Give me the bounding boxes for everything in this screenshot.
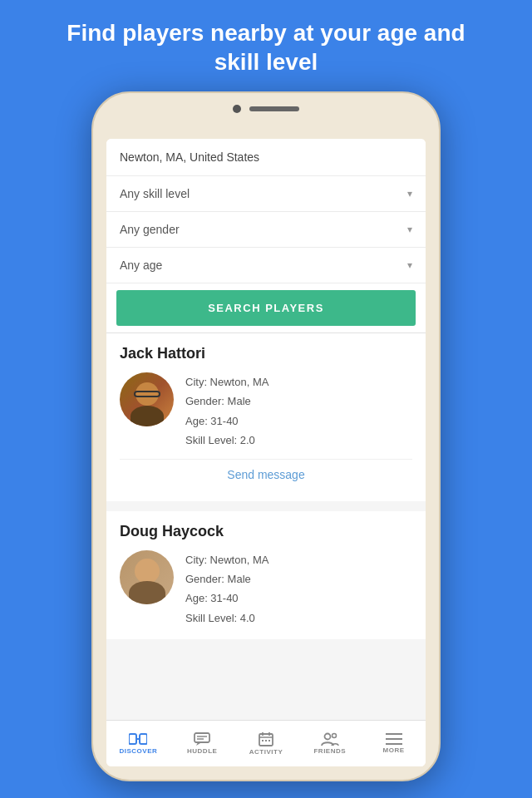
player-card-doug: Doug Haycock City: Newton, MA Gender: Ma… — [106, 511, 426, 640]
svg-rect-1 — [140, 734, 147, 744]
phone-speaker — [249, 106, 299, 111]
chat-icon — [194, 732, 210, 746]
gender-chevron-icon: ▾ — [407, 224, 412, 235]
huddle-label: HUDDLE — [187, 747, 217, 755]
svg-rect-0 — [129, 734, 136, 744]
search-players-button[interactable]: SEARCH PLAYERS — [116, 290, 416, 326]
search-filters: Newton, MA, United States Any skill leve… — [106, 139, 426, 333]
svg-point-14 — [324, 734, 330, 740]
player-details-jack: City: Newton, MA Gender: Male Age: 31-40… — [185, 372, 412, 451]
phone-shell: Newton, MA, United States Any skill leve… — [91, 91, 441, 781]
avatar-jack — [120, 372, 174, 426]
location-value: Newton, MA, United States — [120, 150, 259, 164]
nav-activity[interactable]: ACTIVITY — [234, 721, 298, 766]
player-results: Jack Hattori City: Newton, MA Gender: Ma… — [106, 333, 426, 720]
jack-age: Age: 31-40 — [185, 411, 412, 431]
phone-camera — [233, 105, 241, 113]
skill-chevron-icon: ▾ — [407, 188, 412, 200]
menu-icon — [386, 733, 402, 745]
binoculars-icon — [129, 732, 147, 746]
glasses-icon — [134, 391, 160, 397]
player-details-doug: City: Newton, MA Gender: Male Age: 31-40… — [185, 550, 412, 628]
player-info-jack: City: Newton, MA Gender: Male Age: 31-40… — [120, 372, 412, 451]
player-info-doug: City: Newton, MA Gender: Male Age: 31-40… — [120, 550, 412, 628]
people-icon — [321, 732, 339, 746]
phone-screen: Newton, MA, United States Any skill leve… — [106, 139, 426, 766]
player-name-jack: Jack Hattori — [120, 345, 412, 362]
app-tagline: Find players nearby at your age and skil… — [0, 0, 532, 90]
age-chevron-icon: ▾ — [407, 259, 412, 271]
calendar-icon — [259, 732, 273, 746]
svg-point-15 — [332, 734, 336, 738]
nav-more[interactable]: MORE — [362, 721, 426, 766]
svg-rect-12 — [265, 740, 267, 741]
jack-skill: Skill Level: 2.0 — [185, 431, 412, 450]
avatar-doug — [120, 550, 174, 604]
jack-gender: Gender: Male — [185, 392, 412, 411]
bottom-nav: DISCOVER HUDDLE — [106, 720, 426, 766]
gender-value: Any gender — [120, 223, 407, 236]
svg-rect-13 — [268, 740, 270, 741]
gender-filter[interactable]: Any gender ▾ — [106, 212, 426, 248]
player-name-doug: Doug Haycock — [120, 523, 412, 540]
svg-rect-3 — [195, 733, 209, 742]
nav-huddle[interactable]: HUDDLE — [170, 721, 234, 766]
activity-label: ACTIVITY — [249, 748, 283, 756]
nav-friends[interactable]: FRIENDS — [298, 721, 362, 766]
svg-rect-11 — [262, 740, 264, 741]
friends-label: FRIENDS — [313, 747, 346, 755]
more-label: MORE — [383, 746, 405, 754]
phone-top-bar — [93, 93, 439, 113]
send-message-jack[interactable]: Send message — [120, 459, 412, 490]
age-value: Any age — [120, 259, 407, 272]
nav-discover[interactable]: DISCOVER — [106, 721, 170, 766]
age-filter[interactable]: Any age ▾ — [106, 248, 426, 283]
skill-level-filter[interactable]: Any skill level ▾ — [106, 176, 426, 212]
location-filter[interactable]: Newton, MA, United States — [106, 139, 426, 176]
doug-age: Age: 31-40 — [185, 589, 412, 608]
doug-gender: Gender: Male — [185, 569, 412, 589]
player-card-jack: Jack Hattori City: Newton, MA Gender: Ma… — [106, 333, 426, 501]
doug-city: City: Newton, MA — [185, 550, 412, 569]
discover-label: DISCOVER — [120, 747, 158, 755]
jack-city: City: Newton, MA — [185, 372, 412, 392]
doug-skill: Skill Level: 4.0 — [185, 608, 412, 628]
skill-level-value: Any skill level — [120, 187, 407, 200]
